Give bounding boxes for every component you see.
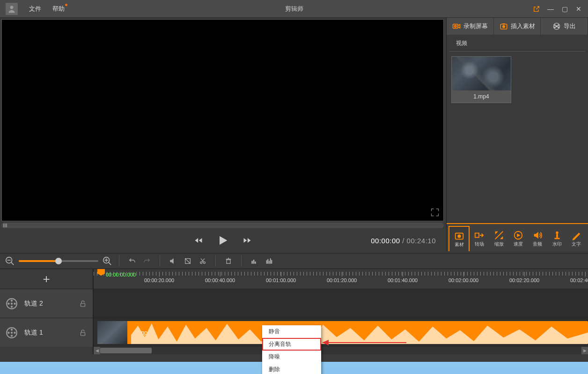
zoom-in-button[interactable] <box>102 256 112 266</box>
lock-icon[interactable] <box>79 299 87 308</box>
zoom-out-button[interactable] <box>5 256 15 266</box>
svg-point-43 <box>11 335 13 337</box>
svg-rect-5 <box>502 23 505 24</box>
svg-rect-27 <box>255 262 256 263</box>
svg-rect-26 <box>253 260 254 263</box>
track-header[interactable]: 轨道 2 <box>0 289 94 318</box>
side-tool-tabs: 素材 转场 缩放 速度 音频 水印 文字 <box>447 223 588 251</box>
add-track-button[interactable]: + <box>0 269 94 289</box>
context-item-denoise[interactable]: 降噪 <box>262 351 321 363</box>
tool-text[interactable]: 文字 <box>567 226 586 251</box>
tab-insert-media[interactable]: 插入素材 <box>494 18 541 35</box>
svg-rect-18 <box>554 238 559 239</box>
context-menu: 静音 分离音轨 降噪 删除 <box>262 325 321 374</box>
undo-button[interactable] <box>126 255 138 267</box>
section-video-label: 视频 <box>449 35 585 52</box>
svg-point-36 <box>11 306 13 307</box>
tab-export[interactable]: 导出 <box>541 18 588 35</box>
media-thumbnail <box>452 57 511 90</box>
timeline-toolbar <box>0 253 588 269</box>
avatar[interactable] <box>6 3 18 15</box>
ruler-tick: 00:02:40.000 <box>570 277 588 283</box>
ruler-tick: 00:02:00.000 <box>448 277 478 283</box>
svg-point-41 <box>11 331 13 333</box>
tab-record-label: 录制屏幕 <box>463 22 488 30</box>
tab-record-screen[interactable]: 录制屏幕 <box>447 18 494 35</box>
scrubber-grip <box>3 224 10 227</box>
svg-rect-32 <box>272 260 272 263</box>
mute-button[interactable] <box>167 255 179 267</box>
cut-button[interactable] <box>197 255 209 267</box>
svg-point-8 <box>554 25 555 26</box>
tool-transition[interactable]: 转场 <box>470 226 489 251</box>
titlebar: 文件 帮助 剪辑师 — ▢ ✕ <box>0 0 588 18</box>
media-item[interactable]: 1.mp4 <box>451 56 511 103</box>
track-body[interactable] <box>94 289 588 318</box>
tool-media[interactable]: 素材 <box>448 226 470 251</box>
timecode-total: / 00:24:10 <box>402 237 436 245</box>
svg-point-11 <box>558 27 559 28</box>
menu-help[interactable]: 帮助 <box>47 5 70 13</box>
ruler-tick: 00:01:00.000 <box>266 277 296 283</box>
svg-point-44 <box>7 331 9 333</box>
track-name: 轨道 2 <box>24 299 72 308</box>
app-window: 文件 帮助 剪辑师 — ▢ ✕ <box>0 0 588 362</box>
tick-wrap: 00:00:20.000 00:00:40.000 00:01:00.000 0… <box>94 269 588 289</box>
forward-button[interactable] <box>239 232 256 249</box>
svg-point-45 <box>14 331 15 333</box>
window-controls: — ▢ ✕ <box>530 2 585 15</box>
app-title: 剪辑师 <box>285 5 303 13</box>
lock-icon[interactable] <box>79 329 87 337</box>
tool-audio[interactable]: 音频 <box>528 226 547 251</box>
side-tabs: 录制屏幕 插入素材 导出 <box>447 18 588 35</box>
tool-watermark[interactable]: 水印 <box>547 226 566 251</box>
track-name: 轨道 1 <box>24 329 72 337</box>
ruler-tick: 00:00:20.000 <box>144 277 174 283</box>
timeline-ruler[interactable]: 00:00:00.000 00:00:20.000 00:00:40.000 0… <box>94 269 588 289</box>
menu-file[interactable]: 文件 <box>23 5 47 13</box>
svg-rect-31 <box>270 259 271 264</box>
levels-button[interactable] <box>248 255 260 267</box>
play-button[interactable] <box>214 232 231 249</box>
equalizer-button[interactable] <box>263 255 275 267</box>
svg-rect-14 <box>475 233 479 237</box>
svg-rect-28 <box>266 261 267 264</box>
maximize-button[interactable]: ▢ <box>558 2 571 15</box>
h-scrollbar-thumb[interactable] <box>100 348 152 353</box>
timecode: 00:00:00 / 00:24:10 <box>371 237 436 245</box>
clip-thumbnail <box>97 321 127 344</box>
ruler-tick: 00:02:20.000 <box>509 277 539 283</box>
notification-dot <box>65 4 67 6</box>
popout-button[interactable] <box>530 2 543 15</box>
tool-zoom[interactable]: 缩放 <box>489 226 508 251</box>
scroll-right-button[interactable]: ▶ <box>581 347 588 354</box>
marker-button[interactable] <box>182 255 194 267</box>
fullscreen-icon[interactable] <box>430 208 440 217</box>
close-button[interactable]: ✕ <box>572 2 585 15</box>
scroll-left-button[interactable]: ◀ <box>94 347 100 354</box>
context-item-separate-audio[interactable]: 分离音轨 <box>262 338 321 351</box>
svg-point-38 <box>14 302 15 304</box>
video-canvas[interactable] <box>1 19 444 221</box>
preview-scrubber[interactable] <box>1 223 444 228</box>
redo-button[interactable] <box>141 255 153 267</box>
track-header[interactable]: 轨道 1 <box>0 318 94 347</box>
delete-button[interactable] <box>222 255 235 267</box>
svg-marker-48 <box>322 340 329 345</box>
ruler-tick: 00:00:40.000 <box>205 277 235 283</box>
svg-point-16 <box>556 231 559 234</box>
svg-rect-30 <box>269 261 269 263</box>
rewind-button[interactable] <box>190 232 207 249</box>
minimize-button[interactable]: — <box>544 2 557 15</box>
svg-point-10 <box>554 27 555 28</box>
svg-rect-29 <box>268 259 268 263</box>
zoom-slider[interactable] <box>19 260 98 262</box>
context-item-delete[interactable]: 删除 <box>262 363 321 374</box>
svg-rect-46 <box>81 332 85 336</box>
svg-point-13 <box>457 234 461 238</box>
ruler-tick: 00:01:20.000 <box>327 277 357 283</box>
svg-point-37 <box>7 302 9 304</box>
zoom-group <box>5 256 112 266</box>
context-item-mute[interactable]: 静音 <box>262 325 321 338</box>
tool-speed[interactable]: 速度 <box>508 226 528 251</box>
